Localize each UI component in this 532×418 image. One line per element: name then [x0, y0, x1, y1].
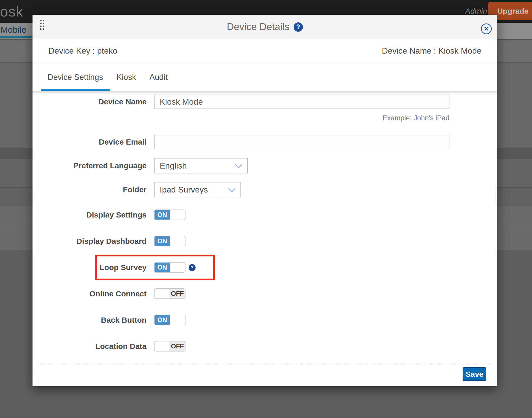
back-button-label: Back Button — [33, 315, 147, 325]
online-connect-label: Online Connect — [33, 288, 147, 299]
back-button-toggle[interactable]: ON — [154, 315, 186, 325]
footer-divider — [38, 364, 492, 364]
device-email-input[interactable] — [154, 135, 449, 149]
admin-menu[interactable]: Admin — [465, 7, 487, 15]
online-connect-toggle[interactable]: OFF — [154, 288, 186, 299]
tab-audit[interactable]: Audit — [143, 62, 174, 91]
device-name-hint: Example: John's iPad — [154, 114, 449, 122]
tab-mobile[interactable]: Mobile — [1, 25, 26, 35]
preferred-language-select[interactable]: English — [154, 158, 248, 173]
preferred-language-value: English — [160, 161, 187, 170]
device-name-text: Device Name : Kiosk Mode — [382, 39, 481, 62]
display-settings-toggle[interactable]: ON — [154, 210, 186, 220]
device-details-modal: Device Details ? ✕ Device Key : pteko De… — [33, 15, 497, 386]
app-logo: osk — [0, 3, 23, 20]
tab-device-settings[interactable]: Device Settings — [41, 62, 110, 91]
folder-value: Ipad Surveys — [160, 185, 208, 194]
save-button[interactable]: Save — [463, 367, 486, 381]
loop-survey-help-icon[interactable]: ? — [189, 264, 196, 271]
device-email-label: Device Email — [33, 135, 147, 149]
modal-header: Device Details ? ✕ — [33, 15, 497, 39]
display-dashboard-toggle[interactable]: ON — [154, 236, 186, 246]
modal-tabs: Device Settings Kiosk Audit — [33, 62, 497, 91]
screen: osk Admin Upgrade Now Mobile https:// D … — [0, 0, 532, 418]
tabbar-shadow — [33, 91, 497, 94]
chevron-down-icon — [228, 188, 236, 193]
device-name-label: Device Name — [33, 95, 147, 109]
chevron-down-icon — [235, 164, 243, 169]
device-key-text: Device Key : pteko — [49, 39, 117, 62]
display-dashboard-label: Display Dashboard — [33, 236, 147, 246]
location-data-label: Location Data — [33, 341, 147, 352]
tab-kiosk[interactable]: Kiosk — [110, 62, 143, 91]
folder-select[interactable]: Ipad Surveys — [154, 182, 241, 197]
folder-label: Folder — [33, 182, 147, 197]
close-icon[interactable]: ✕ — [481, 23, 492, 34]
device-summary-row: Device Key : pteko Device Name : Kiosk M… — [33, 39, 497, 62]
loop-survey-toggle[interactable]: ON — [154, 262, 186, 273]
preferred-language-label: Preferred Language — [33, 158, 147, 173]
modal-title: Device Details — [227, 21, 289, 32]
location-data-toggle[interactable]: OFF — [154, 341, 186, 352]
display-settings-label: Display Settings — [33, 210, 147, 220]
device-name-input[interactable] — [154, 95, 449, 109]
loop-survey-label: Loop Survey — [33, 262, 147, 273]
title-help-icon[interactable]: ? — [294, 22, 303, 32]
